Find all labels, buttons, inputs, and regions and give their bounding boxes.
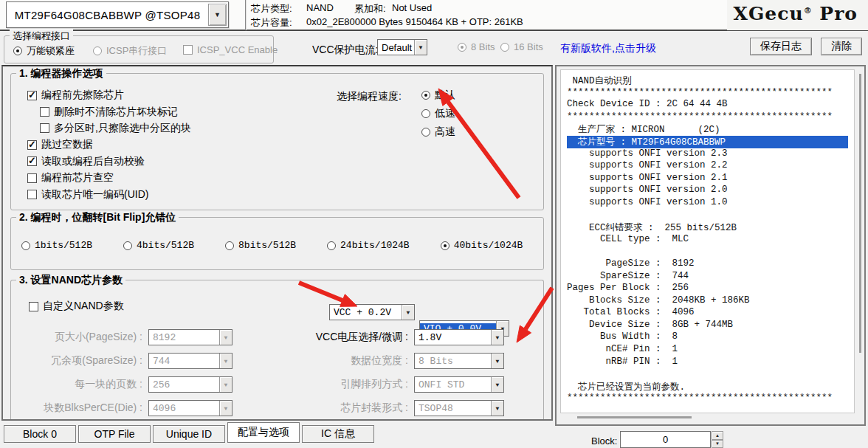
chevron-down-icon[interactable]: ▼: [491, 354, 503, 368]
log-line: nRB# PIN : 1: [567, 356, 848, 369]
horizontal-scrollbar-thumb[interactable]: [577, 416, 692, 418]
clear-button[interactable]: 清除: [821, 38, 862, 55]
log-line: SpareSize : 744: [567, 271, 848, 283]
chevron-down-icon[interactable]: ▼: [402, 305, 414, 320]
tab[interactable]: 配置与选项: [227, 422, 300, 443]
vcc-trim-combo[interactable]: VCC + 0.2V ▼: [329, 304, 415, 320]
tab[interactable]: OTP File: [78, 425, 151, 443]
checkbox-icon[interactable]: [27, 156, 37, 166]
param-combo[interactable]: 1.8V ▼: [414, 329, 504, 345]
param-field: 冗余项(SpareSize) : 744 ▼: [21, 349, 232, 373]
checkbox-label: 删除时不清除芯片坏块标记: [54, 106, 178, 119]
log-line: NAND自动识别: [567, 75, 848, 87]
chevron-down-icon[interactable]: ▼: [414, 40, 427, 55]
chip-type-label: 芯片类型:: [251, 2, 292, 15]
tab[interactable]: Block 0: [4, 425, 76, 443]
nand-detect-log: NAND自动识别********************************…: [560, 69, 855, 413]
radio-icon: [458, 43, 466, 52]
bitflip-radio[interactable]: 4bits/512B: [123, 240, 194, 251]
checkbox-label: 跳过空数据: [41, 138, 93, 151]
checkbox-icon[interactable]: [27, 173, 37, 183]
radio-icon[interactable]: [421, 109, 430, 118]
radio-label: 默认: [435, 89, 455, 102]
chip-info-panel: 芯片类型: NAND 累加和: Not Used 芯片容量: 0x02_2E80…: [245, 0, 551, 30]
log-line: Bus Width : 8: [567, 331, 848, 344]
operation-checkbox-list: 编程前先擦除芯片 删除时不清除芯片坏块标记 多分区时,只擦除选中分区的块 跳过空…: [27, 87, 191, 203]
log-line: nCE# Pin : 1: [567, 344, 848, 356]
radio-icon[interactable]: [441, 241, 450, 250]
bitflip-radio[interactable]: 24bits/1024B: [327, 240, 410, 251]
checkbox-icon[interactable]: [27, 140, 37, 150]
radio-universal-socket[interactable]: 万能锁紧座: [13, 44, 75, 58]
radio-icon[interactable]: [225, 241, 234, 250]
radio-icon[interactable]: [123, 241, 132, 250]
checkbox-label: 编程前芯片查空: [41, 171, 114, 185]
log-line: Total Blocks : 4096: [567, 307, 848, 320]
log-line: [567, 210, 848, 222]
radio-icon[interactable]: [421, 128, 430, 137]
operation-checkbox[interactable]: 读取或编程后自动校验: [27, 154, 191, 170]
radio-icon[interactable]: [327, 241, 336, 250]
chevron-down-icon[interactable]: ▼: [491, 377, 503, 392]
chip-capacity-label: 芯片容量:: [251, 16, 292, 30]
log-line: 生产厂家 : MICRON (2C): [567, 123, 848, 136]
log-line: Check Device ID : 2C 64 44 4B: [567, 99, 848, 111]
bitflip-radio[interactable]: 1bits/512B: [21, 240, 92, 251]
checkbox-icsp-vcc: ICSP_VCC Enable: [183, 44, 278, 55]
radio-8bits: 8 Bits: [458, 41, 495, 52]
param-combo[interactable]: 8 Bits ▼: [414, 353, 504, 369]
checkbox-icon[interactable]: [40, 107, 49, 117]
vertical-scrollbar-thumb[interactable]: [859, 74, 861, 353]
tab[interactable]: IC 信息: [302, 425, 374, 443]
radio-label: 16 Bits: [514, 41, 543, 52]
chevron-down-icon[interactable]: ▼: [208, 4, 227, 26]
checkbox-icon[interactable]: [27, 91, 37, 100]
chevron-up-icon[interactable]: ▲: [712, 431, 723, 440]
chevron-down-icon[interactable]: ▼: [712, 440, 723, 448]
custom-nand-checkbox[interactable]: 自定义NAND参数: [29, 300, 124, 313]
operation-checkbox[interactable]: 读取芯片唯一编码(UID): [27, 186, 191, 202]
log-line: supports ONFI version 2.3: [567, 148, 848, 161]
block-label: Block:: [591, 435, 617, 447]
log-line: 芯片已经设置为当前参数.: [567, 381, 848, 393]
vcc-protect-combo[interactable]: Default ▼: [377, 39, 427, 55]
radio-icon[interactable]: [421, 91, 430, 100]
speed-radio[interactable]: 高速: [421, 123, 455, 141]
block-number-input[interactable]: 0: [620, 431, 711, 448]
save-log-button[interactable]: 保存日志: [750, 38, 812, 55]
operation-checkbox[interactable]: 多分区时,只擦除选中分区的块: [40, 120, 191, 137]
section1-title: 1. 编程器操作选项: [16, 67, 106, 80]
bitflip-radio[interactable]: 8bits/512B: [225, 240, 296, 251]
operation-checkbox[interactable]: 编程前芯片查空: [27, 170, 191, 186]
checkbox-label: 读取芯片唯一编码(UID): [41, 188, 148, 201]
bitflip-radio[interactable]: 40bits/1024B: [441, 240, 523, 251]
chip-select-combo[interactable]: MT29F64G08CBABBWP @TSOP48 ▼: [6, 1, 229, 28]
operation-checkbox[interactable]: 编程前先擦除芯片: [27, 87, 191, 103]
operation-checkbox[interactable]: 删除时不清除芯片坏块标记: [40, 103, 191, 120]
log-line: Device Size : 8GB + 744MB: [567, 320, 848, 332]
chevron-down-icon[interactable]: ▼: [491, 401, 503, 416]
field-label: 引脚排列方式 :: [280, 378, 414, 391]
update-link[interactable]: 有新版软件,点击升级: [560, 42, 656, 55]
radio-label: 40bits/1024B: [454, 240, 523, 251]
radio-16bits: 16 Bits: [500, 41, 543, 52]
radio-icon[interactable]: [21, 241, 30, 250]
field-label: 每一块的页数 :: [21, 378, 148, 391]
chip-capacity-value: 0x02_2E800000 Bytes 9150464 KB + OTP: 26…: [306, 16, 523, 27]
checkbox-icon[interactable]: [29, 302, 38, 311]
section-bitflip: 2. 编程时，位翻转[Bit Flip]允错位 1bits/512B 4bits…: [10, 217, 544, 270]
log-line: CELL type : MLC: [567, 234, 848, 247]
checkbox-icon[interactable]: [27, 190, 37, 199]
speed-radio[interactable]: 默认: [421, 86, 455, 104]
param-field: 芯片封装形式 : TSOP48 ▼: [280, 396, 504, 420]
checkbox-icon[interactable]: [40, 123, 49, 133]
param-combo[interactable]: ONFI STD ▼: [414, 376, 504, 393]
radio-icon: [13, 46, 22, 55]
param-combo[interactable]: TSOP48 ▼: [414, 400, 504, 416]
speed-radio[interactable]: 低速: [421, 104, 455, 123]
log-line: [567, 246, 848, 258]
chevron-down-icon[interactable]: ▼: [491, 330, 503, 345]
radio-label: 4bits/512B: [137, 240, 194, 251]
tab[interactable]: Unique ID: [153, 425, 225, 443]
operation-checkbox[interactable]: 跳过空数据: [27, 137, 191, 153]
